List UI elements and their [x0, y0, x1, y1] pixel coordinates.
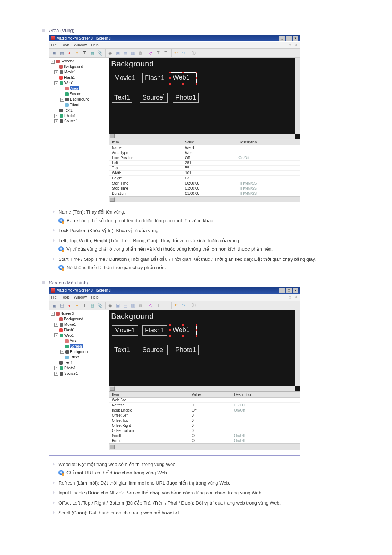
canvas-area-text1[interactable]: Text1 [112, 345, 132, 355]
props-row[interactable]: Refresh00~3600 [109, 402, 300, 408]
menu-help[interactable]: Help [91, 43, 99, 47]
tree-node[interactable]: -Web1 [51, 333, 107, 338]
icon-delete[interactable]: 🗑 [137, 302, 144, 309]
tree-node[interactable]: +Photo1 [51, 113, 107, 118]
tree-node[interactable]: Flash1 [51, 327, 107, 333]
props-row[interactable]: Duration01:00:00HH/MM/SS [109, 191, 300, 196]
menu-file[interactable]: File [51, 43, 57, 47]
icon-undo[interactable]: ↶ [173, 302, 179, 309]
icon-generic[interactable]: ▣ [51, 302, 57, 309]
icon-clip[interactable]: 📎 [97, 302, 103, 309]
icon-source[interactable]: ◉ [107, 302, 113, 309]
tree-node[interactable]: Area [51, 338, 107, 344]
icon-text[interactable]: T [81, 50, 88, 56]
props-row[interactable]: BorderOffOn/Off [109, 438, 300, 443]
props-row[interactable]: Left251 [109, 161, 300, 166]
canvas-area-flash1[interactable]: Flash1 [142, 73, 167, 83]
canvas-hscroll[interactable] [109, 134, 295, 139]
props-hscroll[interactable] [109, 443, 300, 450]
icon-generic[interactable]: ▤ [58, 302, 65, 309]
icon-generic[interactable]: ▣ [51, 50, 57, 56]
icon-text2[interactable]: T [155, 302, 162, 309]
canvas-vscroll[interactable] [295, 58, 300, 134]
icon-sphere[interactable]: ● [66, 302, 73, 309]
icon-diamond[interactable]: ◇ [147, 302, 154, 309]
icon-image[interactable]: ▦ [89, 302, 95, 309]
tree-panel[interactable]: -Screen3Background+Movie1Flash1-Web1Area… [49, 310, 109, 455]
props-row[interactable]: Input EnableOffOn/Off [109, 408, 300, 413]
props-row[interactable]: Stop Time01:00:00HH/MM/SS [109, 186, 300, 191]
props-hscroll[interactable] [109, 196, 300, 202]
menu-tools[interactable]: Tools [61, 295, 69, 299]
icon-flash[interactable]: ✦ [74, 302, 80, 309]
props-row[interactable]: Width101 [109, 171, 300, 176]
icon-sphere[interactable]: ● [66, 50, 73, 56]
icon-info[interactable]: ⓘ [191, 302, 197, 309]
props-header[interactable]: Description [231, 392, 300, 398]
icon-clip[interactable]: 📎 [97, 50, 103, 56]
canvas-area-movie1[interactable]: Movie1 [112, 325, 138, 336]
properties-table[interactable]: ItemValueDescriptionWeb SiteRefresh00~36… [109, 392, 300, 443]
icon-delete[interactable]: 🗑 [137, 50, 144, 56]
canvas-area-web1[interactable]: Web1 [171, 73, 192, 82]
tree-node[interactable]: -Screen3 [51, 58, 107, 64]
tree-node[interactable]: Area [51, 86, 107, 91]
canvas-area-text1[interactable]: Text1 [112, 93, 132, 103]
close-button[interactable]: × [293, 288, 298, 293]
mdi-buttons[interactable]: _ □ × [283, 43, 298, 47]
tree-node[interactable]: Text1 [51, 108, 107, 113]
props-row[interactable]: Area TypeWeb [109, 150, 300, 155]
tree-node[interactable]: Flash1 [51, 75, 107, 80]
tree-node[interactable]: Screen [51, 344, 107, 349]
canvas[interactable]: Background Movie1Flash1Web1Text1Source1P… [109, 310, 300, 391]
tree-node[interactable]: -Screen3 [51, 311, 107, 316]
minimize-button[interactable]: _ [279, 36, 285, 41]
props-header[interactable]: Value [189, 392, 231, 398]
icon-layer[interactable]: ▣ [114, 50, 121, 56]
icon-redo[interactable]: ↷ [180, 50, 187, 56]
minimize-button[interactable]: _ [279, 288, 285, 293]
icon-diamond[interactable]: ◇ [147, 50, 154, 56]
icon-image[interactable]: ▦ [89, 50, 95, 56]
props-row[interactable]: Start Time00:00:00HH/MM/SS [109, 181, 300, 186]
tree-node[interactable]: Text1 [51, 360, 107, 365]
props-row[interactable]: Offset Top0 [109, 418, 300, 423]
props-header[interactable]: Item [109, 139, 182, 145]
close-button[interactable]: × [293, 36, 298, 41]
icon-text2[interactable]: T [155, 50, 162, 56]
canvas-area-flash1[interactable]: Flash1 [142, 325, 167, 336]
icon-undo[interactable]: ↶ [173, 50, 179, 56]
tree-node[interactable]: +Background [51, 97, 107, 102]
mdi-buttons[interactable]: _ □ × [283, 295, 298, 299]
props-row[interactable]: NameWeb1 [109, 145, 300, 150]
icon-layer[interactable]: ▣ [114, 302, 121, 309]
icon-redo[interactable]: ↷ [180, 302, 187, 309]
maximize-button[interactable]: □ [286, 36, 292, 41]
props-row[interactable]: Web Site [109, 397, 300, 402]
tree-node[interactable]: +Source1 [51, 371, 107, 376]
props-row[interactable]: ScrollOnOn/Off [109, 433, 300, 438]
tree-node[interactable]: +Background [51, 349, 107, 355]
menu-window[interactable]: Window [74, 43, 87, 47]
tree-node[interactable]: Effect [51, 102, 107, 108]
props-header[interactable]: Value [182, 139, 236, 145]
tree-node[interactable]: +Movie1 [51, 322, 107, 327]
tree-node[interactable]: Effect [51, 355, 107, 360]
icon-layer[interactable]: ▥ [130, 50, 136, 56]
window-system-buttons[interactable]: _ □ × [279, 36, 298, 41]
icon-text3[interactable]: T [163, 50, 169, 56]
props-row[interactable]: Height63 [109, 176, 300, 181]
props-header[interactable]: Item [109, 392, 189, 398]
props-row[interactable]: Offset Left0 [109, 413, 300, 418]
icon-layer[interactable]: ▤ [122, 302, 128, 309]
canvas-area-web1[interactable]: Web1 [171, 325, 192, 335]
menu-help[interactable]: Help [91, 295, 99, 299]
window-system-buttons[interactable]: _ □ × [279, 288, 298, 293]
icon-layer[interactable]: ▥ [130, 302, 136, 309]
canvas-area-source1[interactable]: Source1 [140, 345, 168, 355]
canvas[interactable]: Background Movie1Flash1Web1Text1Source1P… [109, 58, 300, 139]
tree-node[interactable]: Screen [51, 91, 107, 97]
icon-flash[interactable]: ✦ [74, 50, 80, 56]
props-row[interactable]: Top55 [109, 166, 300, 171]
props-header[interactable]: Description [236, 139, 300, 145]
